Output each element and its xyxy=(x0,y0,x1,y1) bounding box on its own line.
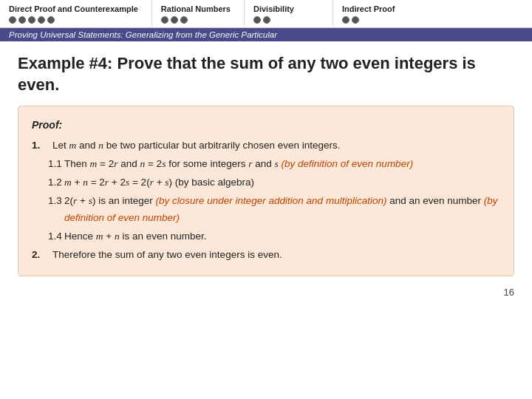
proof-num-1-1: 1.1 xyxy=(32,156,64,173)
proof-box: Proof: 1. Let m and n be two particular … xyxy=(18,106,514,276)
proof-text-1-3: 2(r + s) is an integer (by closure under… xyxy=(64,193,500,227)
dot-2 xyxy=(18,16,26,24)
nav-title-indirect: Indirect Proof xyxy=(342,4,409,14)
dot-5 xyxy=(47,16,55,24)
proof-text-1-1: Then m = 2r and n = 2s for some integers… xyxy=(64,156,500,173)
nav-section-direct-proof[interactable]: Direct Proof and Counterexample xyxy=(0,0,152,27)
proof-text-1: Let m and n be two particular but arbitr… xyxy=(52,137,500,154)
nav-title-divisibility: Divisibility xyxy=(253,4,319,14)
subtitle-bar: Proving Universal Statements: Generalizi… xyxy=(0,28,532,41)
proof-item-1-4: 1.4 Hence m + n is an even number. xyxy=(32,228,500,245)
proof-label: Proof: xyxy=(32,117,500,134)
dot-i2 xyxy=(352,16,359,24)
example-heading: Example #4: Prove that the sum of any tw… xyxy=(18,53,514,95)
nav-section-divisibility[interactable]: Divisibility xyxy=(245,0,333,27)
proof-item-1: 1. Let m and n be two particular but arb… xyxy=(32,137,500,154)
proof-text-1-2: m + n = 2r + 2s = 2(r + s) (by basic alg… xyxy=(64,174,500,191)
proof-num-1: 1. xyxy=(32,137,52,154)
proof-num-2: 2. xyxy=(32,247,52,264)
proof-num-1-2: 1.2 xyxy=(32,174,64,191)
dot-1 xyxy=(9,16,16,24)
dot-3 xyxy=(28,16,35,24)
dot-r3 xyxy=(180,16,188,24)
dot-r2 xyxy=(171,16,178,24)
main-content: Example #4: Prove that the sum of any tw… xyxy=(0,41,532,284)
highlight-1-1: (by definition of even number) xyxy=(282,158,414,169)
nav-bar: Direct Proof and Counterexample Rational… xyxy=(0,0,532,28)
nav-dots-rational xyxy=(161,16,231,24)
page-number: 16 xyxy=(0,284,532,298)
nav-section-indirect[interactable]: Indirect Proof xyxy=(333,0,422,27)
dot-d1 xyxy=(253,16,261,24)
dot-4 xyxy=(38,16,45,24)
dot-r1 xyxy=(161,16,168,24)
proof-item-1-2: 1.2 m + n = 2r + 2s = 2(r + s) (by basic… xyxy=(32,174,500,191)
proof-item-1-1: 1.1 Then m = 2r and n = 2s for some inte… xyxy=(32,156,500,173)
nav-dots-divisibility xyxy=(253,16,319,24)
highlight-1-3a: (by closure under integer addition and m… xyxy=(155,195,386,206)
proof-num-1-4: 1.4 xyxy=(32,228,64,245)
subtitle-text: Proving Universal Statements: Generalizi… xyxy=(9,30,277,39)
proof-item-2: 2. Therefore the sum of any two even int… xyxy=(32,247,500,264)
proof-num-1-3: 1.3 xyxy=(32,193,64,227)
proof-text-1-4: Hence m + n is an even number. xyxy=(64,228,500,245)
proof-item-1-3: 1.3 2(r + s) is an integer (by closure u… xyxy=(32,193,500,227)
proof-text-2: Therefore the sum of any two even intege… xyxy=(52,247,500,264)
nav-section-rational[interactable]: Rational Numbers xyxy=(152,0,245,27)
nav-title-direct-proof: Direct Proof and Counterexample xyxy=(9,4,138,14)
dot-d2 xyxy=(263,16,270,24)
dot-i1 xyxy=(342,16,349,24)
nav-title-rational: Rational Numbers xyxy=(161,4,231,14)
nav-dots-direct-proof xyxy=(9,16,138,24)
nav-dots-indirect xyxy=(342,16,409,24)
